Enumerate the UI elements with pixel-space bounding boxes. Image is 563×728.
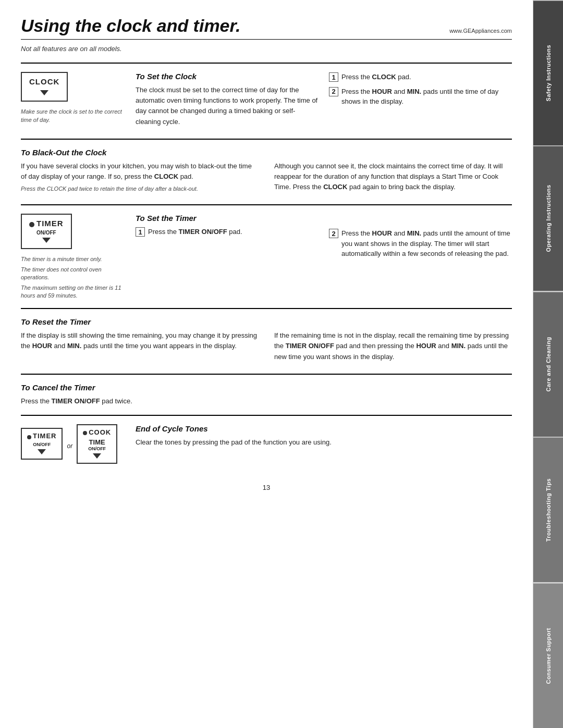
black-out-col1-p1: If you have several clocks in your kitch… <box>21 161 259 182</box>
end-timer-device-box: TIMER ON/OFF <box>21 428 63 460</box>
set-timer-step2-text: Press the HOUR and MIN. pads until the a… <box>341 228 512 259</box>
set-timer-section: TIMER ON/OFF The timer is a minute timer… <box>21 214 512 300</box>
page-title: Using the clock and timer. <box>21 16 240 36</box>
set-timer-step1-text: Press the TIMER ON/OFF pad. <box>148 227 242 237</box>
sidebar-tab-consumer[interactable]: Consumer Support <box>533 583 563 728</box>
reset-timer-section: To Reset the Timer If the display is sti… <box>21 317 512 365</box>
set-clock-step2: 2 Press the HOUR and MIN. pads until the… <box>329 87 512 107</box>
set-timer-step2: 2 Press the HOUR and MIN. pads until the… <box>329 228 512 259</box>
timer-caption1: The timer is a minute timer only. <box>21 255 125 263</box>
reset-timer-col2: If the remaining time is not in the disp… <box>274 330 512 365</box>
end-cycle-heading: End of Cycle Tones <box>136 424 512 433</box>
black-out-col1: If you have several clocks in your kitch… <box>21 161 259 196</box>
black-out-col2: Although you cannot see it, the clock ma… <box>274 161 512 196</box>
timer-sub-label: ON/OFF <box>36 230 56 236</box>
end-cook-device-box: COOK TIME ON/OFF <box>77 424 117 464</box>
clock-device-label: CLOCK <box>29 77 59 86</box>
sidebar-tab-care[interactable]: Care and Cleaning <box>533 291 563 437</box>
set-clock-step1: 1 Press the CLOCK pad. <box>329 72 512 82</box>
end-timer-sub: ON/OFF <box>33 442 51 447</box>
right-sidebar: Safety Instructions Operating Instructio… <box>533 0 563 728</box>
end-cook-dot-icon <box>83 431 87 435</box>
end-cook-label: COOK <box>89 428 111 436</box>
sidebar-tab-operating[interactable]: Operating Instructions <box>533 145 563 291</box>
end-cook-time-label: TIME <box>89 438 105 446</box>
end-timer-label: TIMER <box>33 432 56 440</box>
or-label: or <box>67 442 72 450</box>
end-cook-triangle-icon <box>93 453 101 459</box>
step1-text: Press the CLOCK pad. <box>341 72 411 82</box>
step2-text: Press the HOUR and MIN. pads until the t… <box>341 87 512 107</box>
clock-device-box: CLOCK <box>21 72 68 102</box>
reset-timer-col1: If the display is still showing the time… <box>21 330 259 365</box>
set-clock-body: The clock must be set to the correct tim… <box>136 85 319 127</box>
step1-num: 1 <box>329 72 338 82</box>
clock-triangle-icon <box>40 90 48 95</box>
set-timer-step2-num: 2 <box>329 229 338 238</box>
cancel-timer-heading: To Cancel the Timer <box>21 383 512 392</box>
end-of-cycle-section: TIMER ON/OFF or COOK TIME ON/OFF <box>21 424 512 473</box>
timer-device-label: TIMER <box>36 219 64 228</box>
timer-device-box: TIMER ON/OFF <box>21 214 72 249</box>
timer-triangle-icon <box>42 238 51 243</box>
end-cycle-device-row: TIMER ON/OFF or COOK TIME ON/OFF <box>21 424 125 468</box>
end-cycle-body: Clear the tones by pressing the pad of t… <box>136 437 512 448</box>
reset-timer-col1-text: If the display is still showing the time… <box>21 330 259 351</box>
clock-caption: Make sure the clock is set to the correc… <box>21 108 125 124</box>
cancel-timer-body: Press the TIMER ON/OFF pad twice. <box>21 396 512 406</box>
set-timer-heading: To Set the Timer <box>136 214 319 223</box>
page-number: 13 <box>21 484 512 491</box>
black-out-section: To Black-Out the Clock If you have sever… <box>21 148 512 196</box>
timer-caption2: The timer does not control oven operatio… <box>21 266 125 282</box>
black-out-heading: To Black-Out the Clock <box>21 148 512 157</box>
end-cook-sub: ON/OFF <box>88 446 106 451</box>
timer-caption3: The maximum setting on the timer is 11 h… <box>21 284 125 300</box>
timer-dot-icon <box>29 222 34 227</box>
sidebar-tab-safety[interactable]: Safety Instructions <box>533 0 563 145</box>
set-timer-step1-num: 1 <box>136 227 145 237</box>
set-timer-step1: 1 Press the TIMER ON/OFF pad. <box>136 227 319 237</box>
reset-timer-col2-text: If the remaining time is not in the disp… <box>274 330 512 362</box>
cancel-timer-section: To Cancel the Timer Press the TIMER ON/O… <box>21 383 512 406</box>
black-out-col1-note: Press the CLOCK pad twice to retain the … <box>21 185 259 193</box>
black-out-col2-p1: Although you cannot see it, the clock ma… <box>274 161 512 192</box>
end-timer-dot-icon <box>27 435 31 439</box>
website-url: www.GEAppliances.com <box>449 28 512 34</box>
step2-num: 2 <box>329 87 338 96</box>
end-timer-triangle-icon <box>38 449 46 454</box>
reset-timer-heading: To Reset the Timer <box>21 317 512 326</box>
set-clock-section: CLOCK Make sure the clock is set to the … <box>21 72 512 130</box>
sidebar-tab-troubleshooting[interactable]: Troubleshooting Tips <box>533 437 563 582</box>
set-clock-heading: To Set the Clock <box>136 72 319 81</box>
subtitle: Not all features are on all models. <box>21 44 512 54</box>
